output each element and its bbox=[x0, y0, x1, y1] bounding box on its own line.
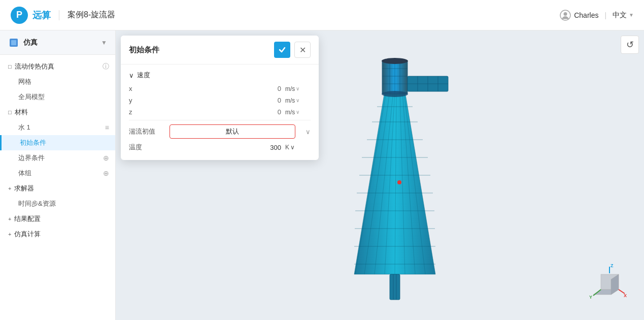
initial-conditions-label: 初始条件 bbox=[20, 138, 46, 147]
turbulence-row: 湍流初值 默认 ∨ bbox=[129, 124, 311, 139]
sidebar-item-timestep[interactable]: 时间步&资源 bbox=[0, 196, 115, 211]
turbulence-value: 默认 bbox=[226, 127, 239, 135]
svg-point-40 bbox=[382, 58, 408, 64]
material-label: 材料 bbox=[15, 108, 28, 117]
flow-heat-label: 流动传热仿真 bbox=[15, 62, 54, 71]
language-selector[interactable]: 中文 ▼ bbox=[613, 11, 634, 20]
result-config-label: 结果配置 bbox=[14, 214, 41, 223]
add-body-icon[interactable]: ⊕ bbox=[103, 169, 109, 177]
svg-rect-5 bbox=[11, 40, 16, 45]
velocity-chevron-icon: ∨ bbox=[129, 72, 134, 79]
global-model-label: 全局模型 bbox=[18, 92, 45, 102]
red-dot bbox=[397, 180, 401, 184]
velocity-x-unit[interactable]: m/s ∨ bbox=[285, 85, 311, 92]
temperature-unit[interactable]: K ∨ bbox=[285, 144, 311, 151]
velocity-y-row: y 0 m/s ∨ bbox=[129, 97, 311, 104]
y-unit-chevron: ∨ bbox=[296, 98, 299, 103]
sim-compute-label: 仿真计算 bbox=[14, 230, 41, 239]
velocity-z-row: z 0 m/s ∨ bbox=[129, 108, 311, 116]
z-axis-label: z bbox=[129, 108, 149, 116]
cube-icon bbox=[8, 37, 19, 48]
z-unit-chevron: ∨ bbox=[296, 109, 299, 115]
dialog-title: 初始条件 bbox=[129, 45, 274, 55]
svg-point-41 bbox=[382, 91, 408, 97]
boundary-conditions-label: 边界条件 bbox=[18, 153, 45, 163]
turbulence-value-dropdown[interactable]: 默认 bbox=[170, 124, 295, 139]
velocity-y-unit[interactable]: m/s ∨ bbox=[285, 97, 311, 104]
velocity-section-header[interactable]: ∨ 速度 bbox=[129, 71, 311, 80]
info-icon[interactable]: ⓘ bbox=[103, 62, 109, 71]
close-icon: ✕ bbox=[299, 45, 306, 55]
velocity-z-unit[interactable]: m/s ∨ bbox=[285, 109, 311, 116]
topbar-separator: | bbox=[604, 11, 606, 19]
sidebar-item-solver[interactable]: + 求解器 bbox=[0, 181, 115, 196]
svg-marker-6 bbox=[354, 91, 435, 274]
temperature-value: 300 bbox=[149, 144, 285, 151]
water1-label: 水 1 bbox=[18, 123, 30, 132]
sidebar-item-global-model[interactable]: 全局模型 bbox=[0, 89, 115, 105]
reload-button[interactable]: ↺ bbox=[621, 36, 639, 54]
sidebar-item-mesh[interactable]: 网格 bbox=[0, 74, 115, 89]
sidebar-item-flow-heat[interactable]: □ 流动传热仿真 ⓘ bbox=[0, 59, 115, 74]
expand-icon-result: + bbox=[8, 216, 11, 222]
velocity-label: 速度 bbox=[137, 71, 150, 80]
sidebar-item-body-group[interactable]: 体组 ⊕ bbox=[0, 166, 115, 181]
solver-label: 求解器 bbox=[14, 184, 34, 193]
x-unit-chevron: ∨ bbox=[296, 86, 299, 91]
project-title: 案例8-旋流器 bbox=[67, 10, 115, 20]
add-boundary-icon[interactable]: ⊕ bbox=[103, 154, 109, 162]
menu-icon[interactable]: ≡ bbox=[105, 123, 109, 132]
topbar: P 远算 案例8-旋流器 Charles | 中文 ▼ bbox=[0, 0, 644, 30]
sidebar-collapse-icon[interactable]: ▼ bbox=[101, 39, 107, 46]
velocity-y-value: 0 bbox=[149, 97, 285, 104]
topbar-right: Charles | 中文 ▼ bbox=[560, 10, 634, 21]
sidebar-item-result-config[interactable]: + 结果配置 bbox=[0, 211, 115, 227]
svg-text:P: P bbox=[16, 10, 22, 20]
sidebar-item-sim-compute[interactable]: + 仿真计算 bbox=[0, 227, 115, 242]
dialog-confirm-button[interactable] bbox=[274, 42, 290, 58]
body-group-label: 体组 bbox=[18, 169, 31, 178]
logo-text: 远算 bbox=[32, 9, 51, 21]
sidebar-item-water1[interactable]: 水 1 ≡ bbox=[0, 120, 115, 135]
logo-area: P 远算 bbox=[10, 6, 51, 24]
velocity-x-value: 0 bbox=[149, 85, 285, 92]
mesh-label: 网格 bbox=[18, 77, 31, 86]
y-axis-label: y bbox=[129, 97, 149, 104]
dialog-close-button[interactable]: ✕ bbox=[294, 42, 311, 58]
content-area: Z Y X ↺ 初始条件 bbox=[116, 30, 644, 320]
sidebar-title: 仿真 bbox=[23, 38, 97, 47]
velocity-x-row: x 0 m/s ∨ bbox=[129, 85, 311, 92]
header-divider bbox=[59, 10, 59, 20]
dialog-body: ∨ 速度 x 0 m/s ∨ y 0 m/s ∨ z bbox=[121, 65, 319, 160]
temp-unit-chevron: ∨ bbox=[290, 144, 295, 151]
sidebar-item-boundary-conditions[interactable]: 边界条件 ⊕ bbox=[0, 150, 115, 166]
sidebar: 仿真 ▼ □ 流动传热仿真 ⓘ 网格 全局模型 □ 材料 水 1 bbox=[0, 30, 116, 320]
language-label: 中文 bbox=[613, 11, 627, 20]
reload-icon: ↺ bbox=[626, 39, 634, 50]
svg-point-3 bbox=[564, 12, 567, 16]
expand-icon-solver: + bbox=[8, 185, 11, 191]
user-avatar-icon bbox=[560, 10, 571, 21]
lang-chevron-icon: ▼ bbox=[629, 12, 634, 18]
svg-text:X: X bbox=[624, 293, 627, 298]
sidebar-content: □ 流动传热仿真 ⓘ 网格 全局模型 □ 材料 水 1 ≡ 初始条件 bbox=[0, 55, 115, 320]
username: Charles bbox=[574, 11, 598, 19]
dialog-divider bbox=[129, 120, 311, 120]
initial-conditions-dialog: 初始条件 ✕ ∨ 速度 bbox=[121, 36, 319, 160]
turbulence-dropdown-icon[interactable]: ∨ bbox=[295, 128, 311, 136]
turbulence-label: 湍流初值 bbox=[129, 127, 170, 136]
expand-icon-sim: + bbox=[8, 231, 11, 237]
dialog-header: 初始条件 ✕ bbox=[121, 36, 319, 65]
sidebar-item-material[interactable]: □ 材料 bbox=[0, 105, 115, 120]
svg-text:Z: Z bbox=[611, 264, 614, 268]
velocity-z-value: 0 bbox=[149, 108, 285, 116]
axis-widget: Z Y X bbox=[588, 264, 629, 305]
expand-icon: □ bbox=[8, 63, 12, 70]
viewport[interactable]: Z Y X ↺ 初始条件 bbox=[116, 30, 644, 320]
sidebar-item-initial-conditions[interactable]: 初始条件 bbox=[0, 135, 115, 150]
temperature-label: 温度 bbox=[129, 143, 149, 152]
expand-icon-material: □ bbox=[8, 109, 12, 115]
svg-rect-37 bbox=[390, 274, 400, 300]
user-area[interactable]: Charles bbox=[560, 10, 598, 21]
logo-icon: P bbox=[10, 6, 28, 24]
